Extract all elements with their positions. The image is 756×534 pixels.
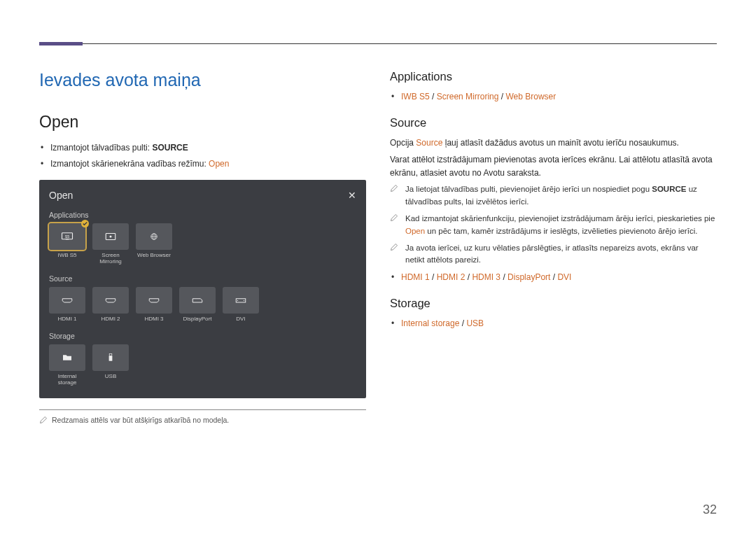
globe-icon <box>148 232 160 241</box>
pencil-icon <box>390 213 398 222</box>
panel-header: Open ✕ <box>49 190 356 201</box>
applications-line: IWB S5 / Screen Mirroring / Web Browser <box>390 90 717 104</box>
panel-row-source: HDMI 1 HDMI 2 HDMI 3 DisplayPort DVI <box>49 287 356 322</box>
tile-displayport[interactable]: DisplayPort <box>179 287 216 322</box>
page-title: Ievades avota maiņa <box>39 70 366 90</box>
pencil-icon <box>39 416 48 424</box>
tile-web-browser[interactable]: Web Browser <box>136 223 172 265</box>
panel-title: Open <box>49 190 73 201</box>
storage-line: Internal storage / USB <box>390 317 717 330</box>
instruction-touch: Izmantojot skārienekrāna vadības režīmu:… <box>39 157 366 171</box>
open-instructions: Izmantojot tālvadības pulti: SOURCE Izma… <box>39 141 366 170</box>
applications-list: IWB S5 / Screen Mirroring / Web Browser <box>390 90 717 104</box>
tile-dvi[interactable]: DVI <box>223 287 259 322</box>
source-heading: Source <box>390 116 717 129</box>
panel-label-applications: Applications <box>49 211 356 219</box>
source-ports: HDMI 1 / HDMI 2 / HDMI 3 / DisplayPort /… <box>390 271 717 284</box>
panel-label-storage: Storage <box>49 332 356 340</box>
pencil-icon <box>390 243 398 251</box>
section-open-heading: Open <box>39 113 366 132</box>
close-icon[interactable]: ✕ <box>348 190 356 201</box>
panel-label-source: Source <box>49 274 356 283</box>
header-rule <box>39 43 717 44</box>
svg-point-4 <box>110 236 112 238</box>
open-panel: Open ✕ Applications S5 IWB S5 Screen M <box>39 180 366 398</box>
tile-iwb-s5[interactable]: S5 IWB S5 <box>49 223 85 265</box>
panel-row-applications: S5 IWB S5 Screen Mirroring Web Browser <box>49 223 356 265</box>
svg-rect-12 <box>109 356 113 361</box>
page: Ievades avota maiņa Open Izmantojot tālv… <box>0 0 756 534</box>
board-icon: S5 <box>61 232 74 241</box>
displayport-icon <box>191 296 204 304</box>
storage-heading: Storage <box>390 297 717 310</box>
source-para-2: Varat attēlot izstrādājumam pievienotas … <box>390 153 717 179</box>
panel-row-storage: Internal storage USB <box>49 344 356 386</box>
right-column: Applications IWB S5 / Screen Mirroring /… <box>390 70 717 424</box>
svg-point-9 <box>237 300 238 301</box>
usb-icon <box>104 353 117 362</box>
left-column: Ievades avota maiņa Open Izmantojot tālv… <box>39 70 366 424</box>
hdmi-icon <box>104 296 117 304</box>
tile-hdmi3[interactable]: HDMI 3 <box>136 287 172 322</box>
pencil-icon <box>390 184 398 192</box>
tile-hdmi2[interactable]: HDMI 2 <box>92 287 129 322</box>
source-para-1: Opcija Source ļauj atlasīt dažādus avotu… <box>390 136 717 150</box>
folder-icon <box>61 353 74 362</box>
tile-hdmi1[interactable]: HDMI 1 <box>49 287 85 322</box>
note-touch: Kad izmantojat skārienfunkciju, pievieno… <box>390 213 717 238</box>
tile-usb[interactable]: USB <box>92 344 129 386</box>
columns: Ievades avota maiņa Open Izmantojot tālv… <box>39 70 717 424</box>
storage-list: Internal storage / USB <box>390 317 717 330</box>
svg-text:S5: S5 <box>65 234 70 239</box>
footnote-rule <box>39 409 366 410</box>
tile-screen-mirroring[interactable]: Screen Mirroring <box>92 223 129 265</box>
selected-badge-icon <box>81 220 89 227</box>
source-key: SOURCE <box>152 143 188 153</box>
footnote: Redzamais attēls var būt atšķirīgs atkar… <box>39 416 366 424</box>
instruction-remote: Izmantojot tālvadības pulti: SOURCE <box>39 141 366 155</box>
svg-rect-11 <box>109 354 112 356</box>
hdmi-icon <box>61 296 74 304</box>
open-link: Open <box>209 159 229 169</box>
ports-line: HDMI 1 / HDMI 2 / HDMI 3 / DisplayPort /… <box>390 271 717 284</box>
page-number: 32 <box>703 503 717 517</box>
screen-mirroring-icon <box>104 232 117 241</box>
tile-internal-storage[interactable]: Internal storage <box>49 344 85 386</box>
hdmi-icon <box>148 296 160 304</box>
source-notes: Ja lietojat tālvadības pulti, pievienoji… <box>390 183 717 267</box>
svg-point-10 <box>244 300 244 301</box>
note-wrong-source: Ja avota ierīcei, uz kuru vēlaties pārsl… <box>390 242 717 267</box>
note-remote: Ja lietojat tālvadības pulti, pievienoji… <box>390 183 717 209</box>
applications-heading: Applications <box>390 70 717 83</box>
dvi-icon <box>234 296 247 304</box>
